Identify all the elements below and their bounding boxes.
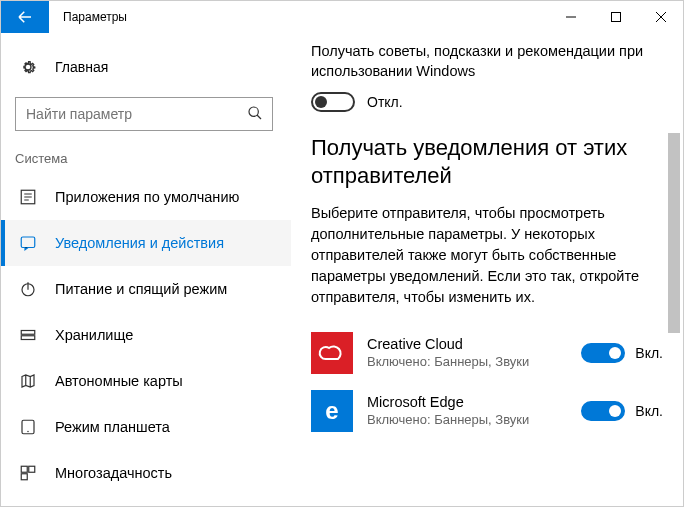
svg-rect-3 [21,237,35,248]
sidebar-group-label: Система [1,147,291,174]
search-wrap [15,97,273,131]
power-icon [19,280,37,298]
svg-rect-10 [29,466,35,472]
sidebar-item-label: Многозадачность [55,465,172,481]
multitasking-icon [19,464,37,482]
sender-text: Microsoft Edge Включено: Баннеры, Звуки [367,394,567,427]
tips-toggle-label: Откл. [367,94,403,110]
tips-toggle-row: Откл. [311,92,663,112]
svg-rect-0 [611,13,620,22]
sidebar-home-label: Главная [55,59,108,75]
minimize-button[interactable] [548,1,593,33]
search-icon [247,105,263,121]
sidebar-item-label: Уведомления и действия [55,235,224,251]
svg-rect-11 [21,474,27,480]
close-button[interactable] [638,1,683,33]
titlebar-spacer [127,1,548,33]
search-input[interactable] [15,97,273,131]
svg-point-1 [249,107,258,116]
sender-row[interactable]: Creative Cloud Включено: Баннеры, Звуки … [311,324,663,382]
creative-cloud-icon [311,332,353,374]
sidebar-home[interactable]: Главная [1,47,291,87]
sidebar-item-default-apps[interactable]: Приложения по умолчанию [1,174,291,220]
sender-sub: Включено: Баннеры, Звуки [367,412,567,427]
toggle-knob [609,347,621,359]
sender-row[interactable]: e Microsoft Edge Включено: Баннеры, Звук… [311,382,663,440]
titlebar: Параметры [1,1,683,33]
sidebar-nav: Приложения по умолчанию Уведомления и де… [1,174,291,506]
sidebar-item-power[interactable]: Питание и спящий режим [1,266,291,312]
content-pane: Получать советы, подсказки и рекомендаци… [291,33,683,506]
sender-toggle-label: Вкл. [635,345,663,361]
gear-icon [19,58,37,76]
sender-toggle[interactable] [581,401,625,421]
close-icon [656,12,666,22]
maps-icon [19,372,37,390]
sender-state: Вкл. [581,343,663,363]
svg-rect-6 [21,336,35,340]
svg-point-8 [27,431,29,433]
sender-sub: Включено: Баннеры, Звуки [367,354,567,369]
sidebar-item-label: Питание и спящий режим [55,281,227,297]
sidebar-item-label: Режим планшета [55,419,170,435]
sidebar-item-label: Автономные карты [55,373,183,389]
svg-rect-9 [21,466,27,472]
sender-name: Creative Cloud [367,336,567,352]
sidebar-item-offline-maps[interactable]: Автономные карты [1,358,291,404]
tips-setting-title: Получать советы, подсказки и рекомендаци… [311,41,663,82]
window-title: Параметры [49,1,127,33]
sidebar-item-label: Приложения по умолчанию [55,189,239,205]
svg-rect-5 [21,331,35,335]
sidebar-item-notifications[interactable]: Уведомления и действия [1,220,291,266]
maximize-icon [611,12,621,22]
sender-toggle-label: Вкл. [635,403,663,419]
tablet-icon [19,418,37,436]
arrow-left-icon [16,8,34,26]
sidebar-item-storage[interactable]: Хранилище [1,312,291,358]
storage-icon [19,326,37,344]
senders-description: Выберите отправителя, чтобы просмотреть … [311,203,663,308]
maximize-button[interactable] [593,1,638,33]
minimize-icon [566,12,576,22]
sidebar-item-multitasking[interactable]: Многозадачность [1,450,291,496]
senders-heading: Получать уведомления от этих отправителе… [311,134,663,191]
edge-icon: e [311,390,353,432]
back-button[interactable] [1,1,49,33]
sidebar: Главная Система Приложения по умолчанию … [1,33,291,506]
tips-toggle[interactable] [311,92,355,112]
scroll-thumb[interactable] [668,133,680,333]
toggle-knob [609,405,621,417]
sender-name: Microsoft Edge [367,394,567,410]
window-body: Главная Система Приложения по умолчанию … [1,33,683,506]
default-apps-icon [19,188,37,206]
sidebar-item-tablet-mode[interactable]: Режим планшета [1,404,291,450]
sender-state: Вкл. [581,401,663,421]
scrollbar[interactable] [667,33,681,506]
sidebar-item-label: Хранилище [55,327,133,343]
sender-toggle[interactable] [581,343,625,363]
sender-text: Creative Cloud Включено: Баннеры, Звуки [367,336,567,369]
notifications-icon [19,234,37,252]
toggle-knob [315,96,327,108]
